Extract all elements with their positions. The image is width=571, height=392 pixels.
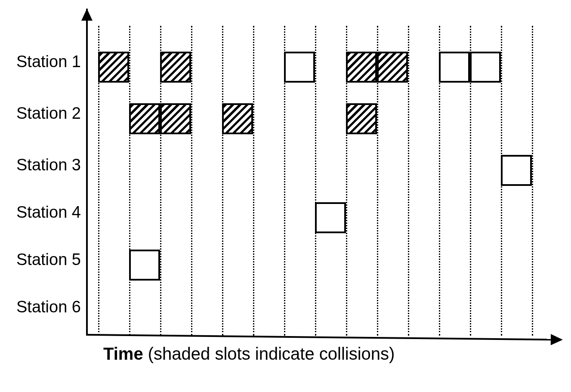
collision-slot — [222, 103, 253, 134]
collision-slot — [346, 52, 377, 83]
station-label-3: Station 3 — [3, 156, 81, 174]
station-label-4: Station 4 — [3, 203, 81, 222]
gridline — [408, 26, 409, 336]
y-axis-arrow-icon — [81, 9, 93, 21]
collision-slot — [346, 103, 377, 134]
collision-slot — [129, 103, 160, 134]
collision-slot — [160, 103, 191, 134]
station-label-5: Station 5 — [3, 250, 81, 269]
success-slot — [470, 52, 501, 83]
success-slot — [439, 52, 470, 83]
collision-slot — [377, 52, 408, 83]
gridline — [222, 26, 223, 336]
success-slot — [129, 250, 160, 281]
gridline — [253, 26, 254, 336]
collision-slot — [98, 52, 129, 83]
station-label-6: Station 6 — [3, 298, 81, 316]
plot-area — [86, 17, 542, 336]
success-slot — [284, 52, 315, 83]
gridline — [532, 26, 533, 336]
x-axis-label: Time (shaded slots indicate collisions) — [103, 344, 395, 364]
gridline — [129, 26, 130, 336]
collision-slot — [160, 52, 191, 83]
station-label-2: Station 2 — [3, 104, 81, 123]
y-axis — [86, 9, 88, 336]
diagram-canvas: Station 1 Station 2 Station 3 Station 4 … — [0, 0, 571, 392]
success-slot — [501, 155, 532, 186]
gridline — [315, 26, 316, 336]
x-axis-arrow-icon — [551, 334, 563, 345]
gridline — [191, 26, 192, 336]
x-axis — [86, 334, 551, 340]
success-slot — [315, 202, 346, 233]
station-label-1: Station 1 — [3, 52, 81, 71]
